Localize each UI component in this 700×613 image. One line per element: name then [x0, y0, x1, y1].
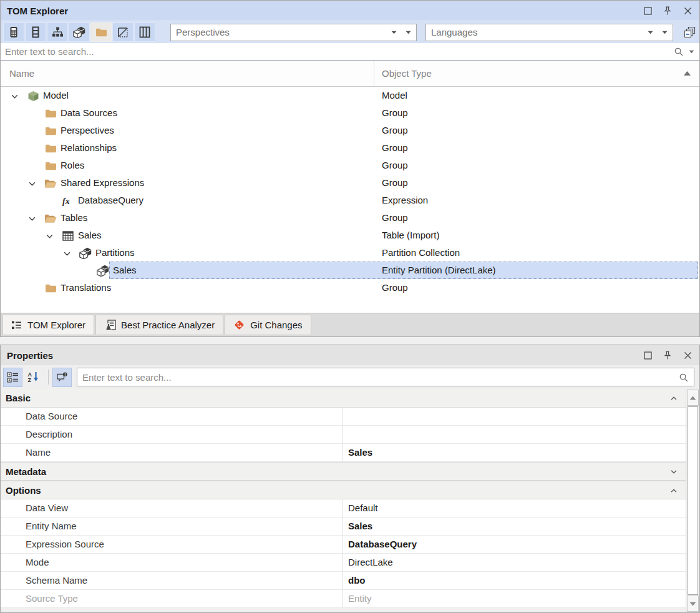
measures-button[interactable] — [3, 22, 24, 42]
pin-button[interactable] — [659, 3, 676, 18]
chevron-down-icon[interactable] — [27, 213, 37, 223]
search-options-arrow-icon[interactable] — [689, 50, 694, 54]
chevron-up-icon[interactable] — [669, 394, 678, 403]
hierarchies-button[interactable] — [47, 22, 68, 42]
table-columns-button[interactable] — [134, 22, 155, 42]
folder-icon — [44, 282, 57, 294]
property-label: Name — [26, 444, 51, 461]
cascade-windows-button[interactable] — [679, 22, 699, 42]
property-row-name[interactable]: NameSales — [1, 444, 686, 462]
property-row-mode[interactable]: ModeDirectLake — [1, 554, 686, 572]
vertical-scrollbar[interactable] — [686, 389, 699, 612]
tree-row-data-sources[interactable]: Data SourcesGroup — [1, 104, 699, 122]
languages-combo[interactable]: Languages — [425, 24, 673, 41]
chevron-down-icon[interactable] — [669, 468, 678, 476]
maximize-button[interactable] — [639, 348, 656, 363]
folders-button[interactable] — [90, 22, 112, 42]
property-row-source-type[interactable]: Source TypeEntity — [1, 590, 686, 608]
categorized-button[interactable] — [3, 368, 22, 387]
property-value[interactable] — [342, 426, 686, 443]
scroll-up-button[interactable] — [687, 390, 699, 406]
chevron-down-icon[interactable] — [9, 91, 19, 101]
tree-row-partitions[interactable]: PartitionsPartition Collection — [1, 244, 699, 262]
property-value[interactable] — [342, 408, 686, 425]
column-header-name[interactable]: Name — [9, 61, 34, 86]
property-row-entity-name[interactable]: Entity NameSales — [1, 517, 686, 536]
search-icon[interactable] — [674, 47, 684, 57]
tab-best-practice-analyzer[interactable]: Best Practice Analyzer — [95, 315, 223, 335]
maximize-button[interactable] — [639, 3, 656, 18]
section-basic[interactable]: Basic — [1, 389, 686, 408]
tree-row-perspectives[interactable]: PerspectivesGroup — [1, 122, 699, 139]
tree-row-sales[interactable]: SalesTable (Import) — [1, 227, 699, 244]
tree-row-databasequery[interactable]: fxDatabaseQueryExpression — [1, 192, 699, 209]
chevron-down-small-icon[interactable] — [391, 31, 397, 34]
chevron-up-icon[interactable] — [669, 486, 678, 495]
column-separator[interactable] — [374, 61, 374, 86]
dock-tab-bar: TOM ExplorerBest Practice AnalyzerGit Ch… — [1, 313, 699, 336]
property-row-description[interactable]: Description — [1, 426, 686, 444]
tree-row-tables[interactable]: TablesGroup — [1, 209, 699, 227]
tab-git-changes[interactable]: Git Changes — [225, 315, 311, 335]
pin-icon — [663, 6, 672, 16]
tree-row-model[interactable]: ModelModel — [1, 87, 699, 104]
perspectives-combo-value: Perspectives — [176, 27, 230, 37]
sort-az-icon: AZ — [27, 371, 39, 383]
tree-row-shared-expressions[interactable]: Shared ExpressionsGroup — [1, 174, 699, 192]
property-value[interactable]: DatabaseQuery — [342, 536, 686, 553]
scroll-down-button[interactable] — [687, 596, 699, 612]
chevron-down-small-icon[interactable] — [648, 31, 653, 34]
properties-search-input[interactable] — [77, 368, 694, 386]
tree-node-name: Relationships — [61, 139, 117, 157]
section-options[interactable]: Options — [1, 481, 686, 499]
property-row-data-view[interactable]: Data ViewDefault — [1, 499, 686, 517]
toolbar-separator — [48, 370, 49, 385]
property-value[interactable]: Entity — [342, 590, 686, 607]
tree-row-roles[interactable]: RolesGroup — [1, 157, 699, 174]
properties-titlebar: Properties — [1, 345, 699, 365]
property-value[interactable]: Sales — [342, 444, 686, 461]
property-value[interactable]: Sales — [342, 517, 686, 535]
tom-search-input[interactable] — [1, 43, 699, 60]
search-icon[interactable] — [679, 373, 689, 383]
property-value[interactable]: Default — [342, 499, 686, 517]
property-row-data-source[interactable]: Data Source — [1, 408, 686, 426]
tree-row-relationships[interactable]: RelationshipsGroup — [1, 139, 699, 157]
hidden-objects-button[interactable] — [112, 22, 134, 42]
tree-row-translations[interactable]: TranslationsGroup — [1, 279, 699, 297]
property-row-expression-source[interactable]: Expression SourceDatabaseQuery — [1, 536, 686, 554]
property-description-button[interactable] — [52, 368, 72, 387]
close-button[interactable] — [679, 348, 696, 363]
tree-node-name: Partitions — [95, 244, 135, 262]
partitions-button[interactable] — [69, 22, 90, 42]
best-practice-analyzer-icon — [104, 320, 116, 331]
tree-node-name: Translations — [61, 279, 111, 297]
close-button[interactable] — [679, 3, 696, 18]
tom-title: TOM Explorer — [7, 6, 68, 16]
chevron-down-icon[interactable] — [62, 248, 72, 258]
section-metadata[interactable]: Metadata — [1, 462, 686, 481]
chevron-down-icon[interactable] — [27, 179, 37, 189]
scrollbar-thumb[interactable] — [688, 406, 698, 595]
tom-explorer-icon — [11, 320, 22, 330]
dropdown-arrow-icon[interactable] — [406, 31, 411, 34]
chevron-down-icon[interactable] — [44, 231, 54, 241]
property-description-icon — [56, 372, 68, 383]
sort-ascending-icon[interactable] — [683, 71, 691, 76]
sort-az-button[interactable]: AZ — [24, 368, 43, 387]
tree-row-sales[interactable]: SalesEntity Partition (DirectLake) — [1, 262, 699, 279]
tree-node-type: Partition Collection — [382, 244, 460, 262]
tab-tom-explorer[interactable]: TOM Explorer — [2, 315, 94, 335]
pin-button[interactable] — [659, 348, 676, 363]
property-value[interactable]: dbo — [342, 572, 686, 589]
tab-label: Git Changes — [250, 320, 302, 330]
property-grid: BasicData SourceDescriptionNameSalesMeta… — [1, 389, 686, 612]
perspectives-combo[interactable]: Perspectives — [170, 24, 417, 41]
tom-titlebar: TOM Explorer — [1, 1, 699, 21]
property-value[interactable]: DirectLake — [342, 554, 686, 571]
column-header-object-type[interactable]: Object Type — [382, 61, 432, 86]
dropdown-arrow-icon[interactable] — [662, 31, 668, 34]
property-row-schema-name[interactable]: Schema Namedbo — [1, 572, 686, 590]
property-label: Description — [26, 426, 72, 443]
column-list-button[interactable] — [25, 22, 46, 42]
